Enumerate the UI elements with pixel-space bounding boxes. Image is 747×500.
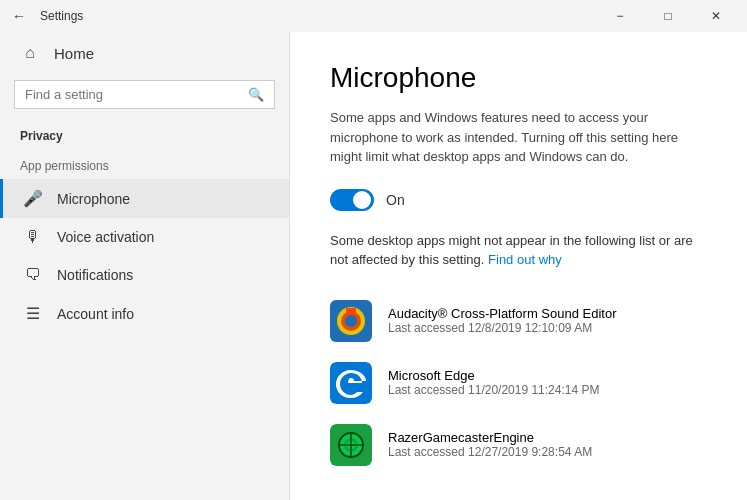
notifications-icon: 🗨 [23, 266, 43, 284]
voice-icon: 🎙 [23, 228, 43, 246]
edge-info: Microsoft Edge Last accessed 11/20/2019 … [388, 368, 599, 397]
app-item-edge: Microsoft Edge Last accessed 11/20/2019 … [330, 352, 707, 414]
razer-time: Last accessed 12/27/2019 9:28:54 AM [388, 445, 592, 459]
microphone-icon: 🎤 [23, 189, 43, 208]
sidebar-item-home[interactable]: ⌂ Home [0, 32, 289, 74]
audacity-name: Audacity® Cross-Platform Sound Editor [388, 306, 617, 321]
maximize-button[interactable]: □ [645, 0, 691, 32]
title-bar-controls: − □ ✕ [597, 0, 739, 32]
sidebar-item-voice-activation[interactable]: 🎙 Voice activation [0, 218, 289, 256]
sidebar-search-box[interactable]: 🔍 [14, 80, 275, 109]
right-panel: Microphone Some apps and Windows feature… [290, 32, 747, 500]
razer-info: RazerGamecasterEngine Last accessed 12/2… [388, 430, 592, 459]
svg-point-3 [345, 315, 357, 327]
audacity-info: Audacity® Cross-Platform Sound Editor La… [388, 306, 617, 335]
search-icon: 🔍 [248, 87, 264, 102]
minimize-button[interactable]: − [597, 0, 643, 32]
home-icon: ⌂ [20, 44, 40, 62]
edge-icon [330, 362, 372, 404]
toggle-knob [353, 191, 371, 209]
toggle-row: On [330, 189, 707, 211]
app-item-audacity: Audacity® Cross-Platform Sound Editor La… [330, 290, 707, 352]
sidebar-section-subtitle: App permissions [0, 149, 289, 179]
account-icon: ☰ [23, 304, 43, 323]
close-button[interactable]: ✕ [693, 0, 739, 32]
sidebar-home-label: Home [54, 45, 94, 62]
razer-icon [330, 424, 372, 466]
sidebar-item-account-info[interactable]: ☰ Account info [0, 294, 289, 333]
sidebar-section-title: Privacy [0, 121, 289, 149]
info-text: Some desktop apps might not appear in th… [330, 231, 707, 270]
title-bar-title: Settings [40, 9, 83, 23]
sidebar: ⌂ Home 🔍 Privacy App permissions 🎤 Micro… [0, 32, 290, 500]
edge-name: Microsoft Edge [388, 368, 599, 383]
title-bar: ← Settings − □ ✕ [0, 0, 747, 32]
microphone-toggle[interactable] [330, 189, 374, 211]
sidebar-item-notifications-label: Notifications [57, 267, 133, 283]
sidebar-item-microphone-label: Microphone [57, 191, 130, 207]
panel-description: Some apps and Windows features need to a… [330, 108, 680, 167]
app-list: Audacity® Cross-Platform Sound Editor La… [330, 290, 707, 476]
edge-time: Last accessed 11/20/2019 11:24:14 PM [388, 383, 599, 397]
title-bar-left: ← Settings [8, 8, 83, 24]
main-content: ⌂ Home 🔍 Privacy App permissions 🎤 Micro… [0, 32, 747, 500]
back-button[interactable]: ← [8, 8, 30, 24]
svg-rect-4 [346, 308, 356, 314]
audacity-icon [330, 300, 372, 342]
toggle-label: On [386, 192, 405, 208]
search-input[interactable] [25, 87, 248, 102]
app-item-razer: RazerGamecasterEngine Last accessed 12/2… [330, 414, 707, 476]
panel-title: Microphone [330, 62, 707, 94]
sidebar-item-account-label: Account info [57, 306, 134, 322]
audacity-time: Last accessed 12/8/2019 12:10:09 AM [388, 321, 617, 335]
sidebar-item-microphone[interactable]: 🎤 Microphone [0, 179, 289, 218]
sidebar-item-notifications[interactable]: 🗨 Notifications [0, 256, 289, 294]
find-out-link[interactable]: Find out why [488, 252, 562, 267]
razer-name: RazerGamecasterEngine [388, 430, 592, 445]
sidebar-item-voice-label: Voice activation [57, 229, 154, 245]
